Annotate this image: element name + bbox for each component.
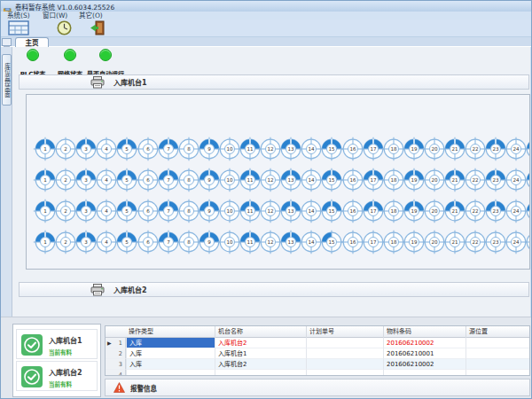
cell-machine[interactable]: 入库机台2 [215, 359, 306, 370]
menu-window[interactable]: 窗口(W) [43, 12, 67, 20]
svg-text:10: 10 [226, 177, 233, 183]
cell-plan[interactable] [306, 370, 383, 376]
cell-op[interactable] [126, 370, 215, 376]
cell-machine[interactable]: 入库机台2 [215, 338, 306, 348]
svg-text:22: 22 [473, 208, 479, 214]
cell-plan[interactable] [306, 348, 383, 359]
svg-text:10: 10 [226, 239, 233, 245]
printer-icon [90, 78, 105, 91]
clock-button[interactable] [57, 20, 72, 37]
svg-text:13: 13 [288, 239, 295, 245]
cell-barcode[interactable]: 201606210001 [383, 348, 466, 359]
svg-text:21: 21 [451, 239, 458, 245]
tab-home[interactable]: 主页 [15, 37, 49, 47]
svg-text:14: 14 [309, 208, 316, 214]
svg-text:18: 18 [390, 239, 397, 245]
svg-text:22: 22 [473, 146, 479, 152]
svg-text:9: 9 [207, 208, 211, 214]
cell-src[interactable] [466, 370, 530, 376]
svg-text:11: 11 [246, 177, 254, 183]
svg-text:20: 20 [431, 208, 438, 214]
machine-card-1: 入库机台1 当前有料 [16, 329, 98, 359]
cell-src[interactable] [466, 338, 530, 348]
svg-text:7: 7 [167, 208, 170, 214]
row-indicator: 3 [106, 359, 126, 370]
exit-button[interactable] [90, 20, 106, 37]
svg-text:6: 6 [146, 239, 150, 245]
svg-text:1: 1 [43, 208, 47, 214]
cell-barcode[interactable]: 201606210002 [383, 359, 466, 370]
svg-text:20: 20 [431, 177, 438, 183]
svg-text:13: 13 [288, 146, 295, 152]
svg-text:17: 17 [370, 208, 377, 214]
slot-25: 25 [524, 199, 530, 223]
svg-text:1: 1 [43, 146, 47, 152]
col-op[interactable]: 操作类型 [126, 326, 215, 338]
svg-text:19: 19 [411, 208, 418, 214]
cell-machine[interactable] [215, 370, 306, 376]
svg-text:23: 23 [493, 177, 500, 183]
table-row-4[interactable]: 4 [106, 370, 529, 376]
table-row-3[interactable]: 3 入库 入库机台2 201606210002 [106, 359, 529, 370]
machine-status-panel: 入库机台1 当前有料 入库机台2 当前有料 [12, 324, 101, 397]
station1-title: 入库机台1 [113, 77, 147, 87]
cell-barcode[interactable] [383, 370, 466, 376]
table-row-1[interactable]: ▶1 入库 入库机台2 201606210002 [106, 338, 529, 348]
svg-text:4: 4 [106, 177, 109, 183]
dock-corner-button[interactable] [2, 38, 12, 46]
svg-text:12: 12 [268, 208, 274, 214]
menu-other[interactable]: 其它(O) [79, 12, 103, 20]
col-machine[interactable]: 机台名称 [215, 326, 306, 338]
station1-print-button[interactable] [90, 76, 105, 89]
machine-card-title: 入库机台1 [49, 335, 82, 345]
cell-barcode[interactable]: 201606210002 [383, 338, 466, 348]
svg-text:8: 8 [187, 177, 191, 183]
col-src[interactable]: 源位置 [466, 326, 530, 338]
cell-plan[interactable] [306, 338, 383, 348]
svg-text:14: 14 [309, 239, 316, 245]
col-barcode[interactable]: 物料条码 [383, 326, 466, 338]
cell-op[interactable]: 入库 [126, 338, 215, 348]
svg-text:12: 12 [268, 177, 274, 183]
app-icon [4, 3, 12, 11]
machine-card-2: 入库机台2 当前有料 [16, 361, 98, 391]
svg-text:3: 3 [84, 239, 88, 245]
cell-op[interactable]: 入库 [126, 348, 215, 359]
machine-card-status: 当前有料 [49, 348, 72, 356]
svg-text:24: 24 [513, 208, 520, 214]
tabstrip: 主页 [1, 37, 532, 47]
svg-text:3: 3 [84, 208, 88, 214]
cell-plan[interactable] [306, 359, 383, 370]
svg-text:15: 15 [329, 239, 336, 245]
svg-text:19: 19 [411, 177, 418, 183]
cell-op[interactable]: 入库 [126, 359, 215, 370]
side-tab-monitor[interactable]: 库位监控画面 [2, 54, 12, 106]
svg-text:2: 2 [64, 146, 67, 152]
slot-25: 25 [524, 168, 530, 192]
svg-text:21: 21 [451, 146, 458, 152]
svg-text:9: 9 [207, 177, 211, 183]
svg-text:1: 1 [43, 177, 47, 183]
station2-title: 入库机台2 [113, 285, 147, 294]
svg-text:6: 6 [146, 208, 150, 214]
svg-text:24: 24 [513, 177, 520, 183]
svg-text:12: 12 [268, 146, 274, 152]
slot-row-2: 1234567891011121314151617181920212223242… [27, 168, 529, 192]
col-plan[interactable]: 计划单号 [306, 326, 383, 338]
table-header: 操作类型 机台名称 计划单号 物料条码 源位置 [106, 326, 529, 338]
station2-print-button[interactable] [90, 284, 105, 296]
machine-card-status: 当前有料 [49, 379, 72, 388]
printer-icon [90, 286, 105, 299]
network-status-light [64, 49, 76, 61]
check-icon [21, 334, 43, 356]
table-row-2[interactable]: 2 入库 入库机台1 201606210001 [106, 348, 529, 359]
menu-system[interactable]: 系统(S) [7, 12, 30, 20]
machine-card-title: 入库机台2 [49, 367, 82, 377]
calendar-button[interactable] [8, 20, 29, 37]
cell-src[interactable] [466, 348, 530, 359]
cell-machine[interactable]: 入库机台1 [215, 348, 306, 359]
svg-text:7: 7 [167, 177, 170, 183]
svg-text:12: 12 [268, 239, 274, 245]
side-dock-strip: 库位监控画面 [1, 47, 12, 317]
cell-src[interactable] [466, 359, 530, 370]
